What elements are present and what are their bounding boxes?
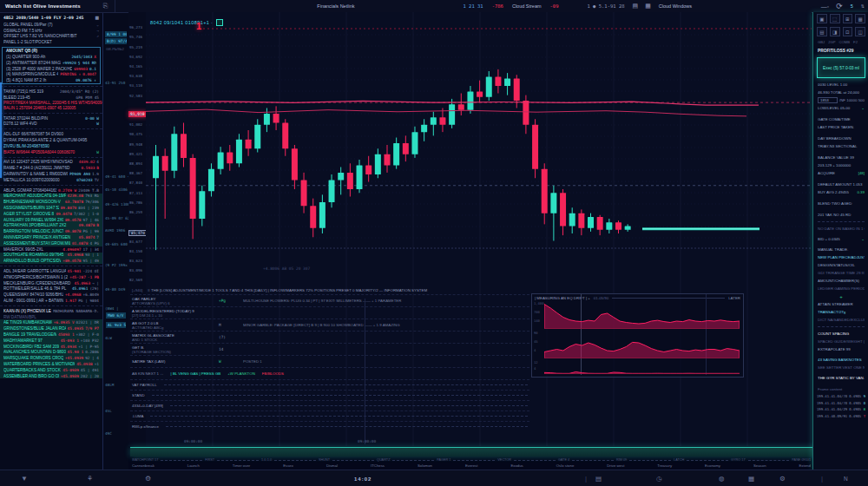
ledger-row[interactable]: RWLp x/finance bbox=[130, 421, 529, 431]
add-row[interactable]: + bbox=[813, 292, 868, 300]
nav-link[interactable]: Financials Netlink bbox=[317, 3, 354, 9]
watchlist-row[interactable]: ASSESSMENT/BUY.STAY.GROW.MILD01.08784 PG bbox=[0, 240, 102, 246]
watchlist-row[interactable]: METALLICA 10.0097/020090000760203TV bbox=[0, 177, 102, 183]
account-row[interactable]: 199.41.41.04/700.49059 bbox=[813, 393, 868, 400]
panel-row[interactable]: DEFAULT AMOUNT 1.053 bbox=[813, 181, 868, 188]
footer-column-label[interactable]: Treasury bbox=[657, 463, 672, 468]
gear-icon[interactable]: ⚙ bbox=[145, 475, 151, 483]
account-row[interactable]: 199.41.41.04/700.49050 bbox=[813, 400, 868, 407]
panel-tool-icon[interactable]: ◨ bbox=[830, 27, 840, 36]
watchlist-row[interactable]: DYRAK PRAKASA ANTE 2 & QUANTUM-0495 bbox=[0, 137, 102, 143]
panel-row[interactable]: LEDGER GAMING PERIOD | GYR bbox=[813, 285, 868, 292]
panel-tool-icon[interactable]: ▤ bbox=[817, 27, 827, 36]
ladder-quote-box[interactable]: 8/99 1 0049 bbox=[105, 31, 127, 37]
order-row[interactable]: MATRIX GL ASSOCIATEAND 1 STOCK(7) bbox=[130, 331, 529, 343]
order-row[interactable]: GET B.(STORAGE SECTION)14 bbox=[130, 343, 529, 355]
panel-tab[interactable]: GBJ bbox=[818, 40, 825, 44]
watchlist-row[interactable]: ALIM - 0901-0991 | AR + BATWING1.917PG |… bbox=[0, 298, 102, 304]
grid-icon[interactable]: ▦ bbox=[645, 3, 651, 10]
panel-row[interactable]: AMOUNT/CHAMBER(S) bbox=[813, 277, 868, 285]
panel-row[interactable]: ATTAIN STREAMER bbox=[813, 300, 868, 308]
panel-row[interactable]: GDI TR/RANGE TIME 29.91 bbox=[813, 269, 868, 277]
panel-row[interactable]: DICT NA/SANDED/EXCLUSIONARY bbox=[813, 316, 868, 324]
clock-icon[interactable]: ◷ bbox=[656, 475, 662, 483]
panel-tab[interactable]: COMB bbox=[839, 40, 851, 44]
timeline-scrubber[interactable] bbox=[130, 447, 868, 456]
drawdown-panel[interactable]: | MEASURING AN EQ DRIFT | + 01-05/90 LAT… bbox=[531, 293, 744, 378]
watchlist-row[interactable]: BHUBANESWAR MONSOON-V63.7807879/306 bbox=[0, 199, 102, 205]
document-icon[interactable]: ▤ bbox=[595, 475, 602, 483]
footer-column-label[interactable]: ITChess bbox=[371, 463, 385, 468]
execute-button[interactable]: Exec (5) 57.0-03 ml bbox=[817, 57, 865, 78]
plant-icon[interactable]: ⚘ bbox=[87, 475, 93, 483]
order-row[interactable]: AB GOT 2.0 LBACTIVATED ABCgMMINOR GARBLE… bbox=[130, 319, 529, 331]
panel-row[interactable]: GATE COMA/TIME bbox=[813, 115, 868, 123]
panel-row[interactable]: 43 SAVING BANKNOTES bbox=[813, 356, 868, 364]
watchlist-row[interactable]: AVALANCHES MOUNTAIN D-9800245.90 10.2806 bbox=[0, 349, 102, 355]
clipboard-icon[interactable]: ⎘ bbox=[103, 3, 108, 10]
watchlist-row[interactable]: BLEED 219-45GPA PDM 45 bbox=[0, 95, 102, 101]
later-label[interactable]: LATER bbox=[728, 296, 740, 300]
footer-column-label[interactable]: Solomon bbox=[418, 463, 432, 468]
panel-row[interactable]: 201 YAK NO 45 RD bbox=[813, 211, 868, 219]
drawing-marker[interactable]: 1 bbox=[196, 21, 201, 31]
panel-row[interactable]: THE GYR STATIC BY VAN 4595 bbox=[813, 374, 868, 382]
panel-row[interactable]: MANUAL TRADE. bbox=[813, 246, 868, 253]
panel-tool-icon[interactable]: ▦ bbox=[855, 14, 865, 23]
watchlist-row[interactable]: ARMADILLO BUILD OPTICS/DV+89.057895 | 49 bbox=[0, 258, 102, 264]
watchlist-row[interactable]: AGER STYLIST GROOVE 8/DS 929209.04787/30… bbox=[0, 211, 102, 217]
ladder-quote-box[interactable]: MW0 6/V 2-04(2) bbox=[106, 312, 126, 319]
watchlist-row[interactable]: QUEENSWAY 8474/10 9266/BHUTAN+4.0968+6.8… bbox=[0, 292, 102, 298]
order-row[interactable]: SATIRE TAX (LAW)WPOSTED 1 bbox=[130, 355, 529, 367]
order-row[interactable]: OAK PARLEYATTORWAYS (UPV) 6+PgMULTI-HOUS… bbox=[130, 294, 529, 306]
watchlist-row[interactable]: AE TIN/29 KUMBAKONAM-4 (29 EXP9)+6.0935 … bbox=[0, 319, 102, 325]
ledger-row[interactable]: .LUMA bbox=[130, 410, 529, 421]
ledger-row[interactable]: STAND bbox=[130, 390, 529, 400]
panel-row[interactable]: 46-930 TOTAL at 24,000 bbox=[813, 89, 868, 96]
footer-column-label[interactable]: Economy bbox=[705, 463, 720, 468]
panel-tool-icon[interactable]: ⬚ bbox=[830, 14, 840, 23]
collapse-icon[interactable]: ▼ bbox=[21, 475, 28, 483]
watchlist-row[interactable]: D278.12 WF4 4VDW bbox=[0, 122, 102, 128]
sort-arrows-icon[interactable]: ⇅ bbox=[861, 3, 865, 9]
ladder-quote-box[interactable]: AL 9v3 500 bbox=[106, 322, 126, 328]
watchlist-row[interactable]: OSWALD FM 7.5 kHz→ bbox=[0, 28, 102, 34]
panel-row[interactable]: TR/AY-N3 SECTIONAL bbox=[813, 142, 868, 150]
watchlist-row[interactable]: ASSIGNMENTS/BURN 1047 52074 6S289.807083… bbox=[0, 205, 102, 211]
panel-tool-icon[interactable]: ◫ bbox=[855, 27, 865, 36]
panel-row[interactable]: LAST PRICE TAKEN. bbox=[813, 123, 868, 131]
panel-row[interactable]: EXTRAPOLATE 99 bbox=[813, 345, 868, 353]
watchlist-row[interactable]: (4) MAINSPRING/MODULE 4.0.9 (J. SPEC)PEN… bbox=[3, 72, 100, 78]
watchlist-row[interactable]: ROTTWEILER/SALLE 46 & 784 PL45.0961(29) bbox=[0, 286, 102, 292]
watchlist-row[interactable]: OFFSET LHS 7.82 VS NANOCHART/BIT↗ bbox=[0, 34, 102, 40]
footer-column-label[interactable]: Extend bbox=[799, 463, 811, 468]
watchlist-row[interactable]: ANNIVERSARY PRINCE/X ANTIGEN05.80747 bbox=[0, 234, 102, 240]
network-icon[interactable]: N bbox=[844, 476, 848, 482]
watchlist-row[interactable]: PANEL 1-2 SLOT/POCKET bbox=[0, 39, 102, 45]
watchlist-row[interactable]: ADL 34/EAR GARROTTE LANGUAGE AA45-901-22… bbox=[0, 268, 102, 274]
watchlist-row[interactable]: SOUTHGATE ROAMING 09/764545.096893 | 1 bbox=[0, 253, 102, 259]
panel-row[interactable]: SPACED GUIDE/WEIGHT (STAB bbox=[813, 338, 868, 345]
panel-row[interactable]: BALANCE VALUE 39 bbox=[813, 154, 868, 161]
watchlist-row[interactable]: TATAR 370244 BILD/PIN0-00 W bbox=[0, 115, 102, 122]
footer-column-label[interactable]: Launch bbox=[187, 463, 200, 468]
footer-column-label[interactable]: Drive west bbox=[607, 463, 624, 468]
footer-column-label[interactable]: Everest bbox=[465, 463, 478, 468]
footer-column-label[interactable]: Dismal bbox=[326, 463, 338, 468]
panel-tool-icon[interactable]: ▣ bbox=[817, 14, 827, 23]
panel-row[interactable]: DAY BREAKDOWN bbox=[813, 135, 868, 142]
watchlist-row[interactable]: ASTRAKHAN 3PO/BRILLIANT 2X209.0878B bbox=[0, 223, 102, 229]
watchlist-row[interactable]: QUARTERBACKS AND STOCKS IN ASSIZE45-0939… bbox=[0, 367, 102, 373]
panel-tool-icon[interactable]: ⊡ bbox=[843, 27, 853, 36]
watchlist-row[interactable]: RAME-7 # 244.0 (A/236011 JMW76D0.5933B bbox=[0, 165, 102, 171]
slider-icon[interactable]: —◦ bbox=[821, 3, 829, 10]
panel-row[interactable]: TRANSACT/27g bbox=[813, 308, 868, 316]
watchlist-row[interactable]: BARRINGTON/ MELODIC JUNCTION09.8078PG | … bbox=[0, 228, 102, 234]
panel-row[interactable]: DESIGN/STATUS/OIL bbox=[813, 261, 868, 269]
panel-row[interactable]: BLEND TWO AGED bbox=[813, 200, 868, 207]
watchlist-row[interactable]: GRINDSTONES/BLUE JALAN ROADS 6.09345.093… bbox=[0, 325, 102, 332]
footer-column-label[interactable]: Timer over bbox=[233, 463, 250, 468]
footer-column-label[interactable]: Essex bbox=[283, 463, 293, 468]
watchlist-row[interactable]: ATMOSPHERICS/BOATSWAIN 1 (2 RND)+45-287-… bbox=[0, 274, 102, 280]
watchlist-row[interactable]: ADL-DLF 66/67867087 54 DV900 bbox=[0, 131, 102, 137]
